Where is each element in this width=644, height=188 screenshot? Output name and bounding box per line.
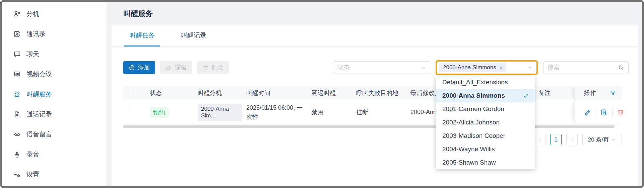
sidebar-item-wakeup-service[interactable]: 叫醒服务	[2, 84, 107, 104]
dropdown-option[interactable]: Default_All_Extensions	[436, 76, 535, 89]
tab-bar: 叫醒任务 叫醒记录	[112, 25, 638, 47]
sidebar-item-contacts[interactable]: 通讯录	[2, 24, 107, 44]
page-number-current[interactable]: 1	[550, 134, 562, 145]
divider	[612, 109, 613, 116]
sidebar: 分机 通讯录 聊天 视频会议 叫醒服务 通话记录 语音留言 录音	[2, 2, 107, 186]
header-fail-destination: 呼叫失败目的地	[352, 89, 406, 97]
status-placeholder: 状态	[337, 64, 349, 72]
sidebar-item-label: 分机	[26, 10, 39, 18]
delete-button[interactable]: 删除	[197, 61, 229, 74]
dropdown-option-selected[interactable]: 2000-Anna Simmons	[436, 89, 535, 102]
extension-filter-select[interactable]: 2000-Anna Simmons ✕	[437, 62, 536, 74]
selected-extension-tag: 2000-Anna Simmons ✕	[439, 63, 506, 72]
tab-wakeup-tasks[interactable]: 叫醒任务	[124, 25, 160, 46]
edit-row-icon[interactable]	[584, 109, 591, 116]
add-button[interactable]: 添加	[123, 61, 155, 74]
contacts-icon	[13, 30, 21, 38]
row-checkbox[interactable]	[131, 108, 131, 116]
chevron-right-icon	[570, 137, 574, 142]
sidebar-item-call-logs[interactable]: 通话记录	[2, 104, 107, 124]
plus-circle-icon	[129, 65, 135, 71]
table-header-row: 状态 叫醒分机 叫醒时间 延迟叫醒 呼叫失败目的地 最后修改人 备注 操作	[123, 86, 622, 100]
cell-delay: 禁用	[308, 108, 352, 116]
sidebar-item-extensions[interactable]: 分机	[2, 4, 107, 24]
video-conference-icon	[13, 71, 21, 78]
chat-icon	[13, 51, 21, 58]
dropdown-option[interactable]: 2002-Alicia Johnson	[436, 116, 535, 129]
edit-button[interactable]: 编辑	[160, 61, 192, 74]
dropdown-option[interactable]: 2005-Shawn Shaw	[436, 156, 535, 169]
sidebar-item-recording[interactable]: 录音	[2, 145, 107, 165]
sidebar-item-label: 通讯录	[26, 30, 46, 38]
app-window: 分机 通讯录 聊天 视频会议 叫醒服务 通话记录 语音留言 录音	[0, 0, 644, 188]
horizontal-scrollbar	[123, 125, 622, 128]
search-field[interactable]	[543, 61, 629, 74]
view-details-icon[interactable]	[600, 109, 608, 116]
sidebar-item-video-conference[interactable]: 视频会议	[2, 64, 107, 84]
content-card: 叫醒任务 叫醒记录 添加 编辑 删除 状态	[112, 25, 638, 186]
header-remark: 备注	[534, 89, 574, 97]
alarm-clock-icon	[13, 91, 21, 98]
dropdown-option[interactable]: 2001-Carmen Gordon	[436, 102, 535, 116]
scrollbar-thumb[interactable]	[123, 125, 615, 128]
dropdown-option[interactable]: 2004-Wayne Willis	[436, 143, 535, 156]
sidebar-item-label: 语音留言	[26, 130, 52, 139]
header-extension: 叫醒分机	[194, 89, 242, 97]
sidebar-item-label: 录音	[26, 150, 39, 159]
remove-tag-icon[interactable]: ✕	[499, 66, 503, 70]
extension-filter-highlighted: 2000-Anna Simmons ✕ Default_All_Extensio…	[436, 60, 538, 75]
column-filter-icon[interactable]	[609, 90, 617, 97]
trash-icon	[202, 65, 209, 71]
checkmark-icon	[523, 93, 529, 99]
divider	[596, 109, 596, 116]
sidebar-item-label: 通话记录	[26, 110, 52, 119]
extension-user-icon	[13, 10, 21, 18]
pagination: 1 20 条/页	[123, 134, 622, 145]
pencil-icon	[166, 65, 172, 71]
sidebar-item-settings[interactable]: 设置	[2, 165, 107, 185]
search-icon	[618, 65, 624, 71]
tab-wakeup-records[interactable]: 叫醒记录	[176, 25, 212, 46]
cell-actions	[574, 100, 622, 124]
page-header: 叫醒服务	[107, 2, 642, 25]
chevron-down-icon	[611, 137, 616, 142]
wakeup-tasks-table: 状态 叫醒分机 叫醒时间 延迟叫醒 呼叫失败目的地 最后修改人 备注 操作 预约…	[123, 86, 622, 124]
sidebar-item-label: 设置	[26, 170, 39, 179]
extension-tag: 2000-Anna Sim...	[198, 104, 242, 121]
select-all-checkbox[interactable]	[131, 89, 131, 97]
chevron-down-icon	[421, 65, 426, 70]
sidebar-item-chat[interactable]: 聊天	[2, 44, 107, 64]
main-area: 叫醒服务 叫醒任务 叫醒记录 添加 编辑 删除	[107, 2, 642, 186]
toolbar: 添加 编辑 删除 状态 2000-Anna Sim	[112, 60, 638, 75]
settings-icon	[13, 171, 21, 178]
sidebar-item-label: 叫醒服务	[26, 90, 52, 99]
next-page-button[interactable]	[566, 134, 578, 145]
chevron-left-icon	[538, 137, 542, 142]
delete-row-icon[interactable]	[617, 109, 624, 116]
sidebar-item-label: 聊天	[26, 50, 39, 59]
dropdown-option[interactable]: 2003-Madison Cooper	[436, 129, 535, 143]
sidebar-item-label: 视频会议	[26, 70, 52, 79]
page-title: 叫醒服务	[123, 9, 153, 19]
prev-page-button[interactable]	[534, 134, 545, 145]
cell-fail-destination: 挂断	[352, 108, 406, 116]
status-badge: 预约	[150, 107, 169, 118]
cell-time: 2025/01/15 06:00, 一次性	[242, 103, 308, 121]
extension-dropdown: Default_All_Extensions 2000-Anna Simmons…	[436, 76, 535, 169]
header-status: 状态	[146, 89, 194, 97]
microphone-icon	[13, 151, 21, 158]
table-row: 预约 2000-Anna Sim... 2025/01/15 06:00, 一次…	[123, 100, 622, 124]
page-size-select[interactable]: 20 条/页	[582, 134, 622, 145]
chevron-up-icon	[527, 65, 532, 70]
search-input[interactable]	[548, 64, 611, 71]
header-time: 叫醒时间	[242, 89, 308, 98]
call-log-icon	[13, 111, 21, 118]
voicemail-icon	[13, 131, 21, 138]
header-delay: 延迟叫醒	[308, 89, 352, 97]
header-actions: 操作	[574, 86, 622, 100]
sidebar-item-voicemail[interactable]: 语音留言	[2, 124, 107, 145]
status-filter-select[interactable]: 状态	[333, 61, 430, 74]
